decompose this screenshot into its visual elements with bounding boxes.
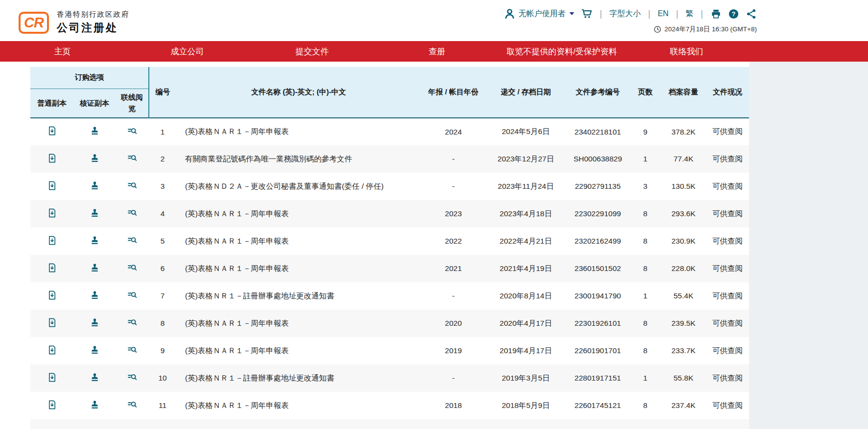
stamp-icon <box>90 235 100 246</box>
year-cell: 2019 <box>421 337 486 364</box>
status-cell: 可供查阅 <box>706 364 749 392</box>
table-row: 6 (英)表格ＮＡＲ１－周年申報表 2021 2021年4月19日 236015… <box>30 255 749 282</box>
download-icon <box>47 400 57 410</box>
view-online-button[interactable] <box>127 207 138 218</box>
online-view-cell <box>116 145 149 173</box>
nav-home[interactable]: 主页 <box>0 41 125 62</box>
order-certified-copy-button[interactable] <box>90 208 100 218</box>
divider: | <box>599 9 603 19</box>
view-online-button[interactable] <box>127 290 138 300</box>
nav-incorporation[interactable]: 成立公司 <box>125 41 250 62</box>
order-plain-copy-button[interactable] <box>47 208 57 218</box>
order-plain-copy-button[interactable] <box>47 317 57 328</box>
status-cell: 可供查阅 <box>706 337 749 364</box>
order-certified-copy-button[interactable] <box>90 126 100 136</box>
ref-cell: SH000638829 <box>566 145 630 173</box>
stamp-icon <box>90 345 100 355</box>
view-online-button[interactable] <box>127 372 138 383</box>
certified-copy-cell <box>73 255 116 282</box>
divider: | <box>675 9 680 19</box>
plain-copy-cell <box>30 337 73 364</box>
stamp-icon <box>90 181 100 191</box>
dept-title: 公司注册处 <box>57 21 130 35</box>
order-plain-copy-button[interactable] <box>47 290 57 300</box>
svg-text:?: ? <box>732 10 736 18</box>
ref-cell: 23202162499 <box>566 227 630 255</box>
plain-copy-cell <box>30 227 73 255</box>
nav-contact[interactable]: 联络我们 <box>624 41 749 62</box>
download-icon <box>47 263 57 273</box>
cart-button[interactable] <box>581 8 592 20</box>
plain-copy-cell <box>30 200 73 227</box>
plain-copy-cell <box>30 118 73 145</box>
ref-cell: 23001941790 <box>566 282 630 310</box>
view-online-button[interactable] <box>127 262 138 273</box>
divider: | <box>700 9 704 19</box>
pages-cell: 8 <box>630 392 661 419</box>
user-menu-label: 无帐户使用者 <box>518 9 565 19</box>
clock-icon <box>654 25 661 33</box>
share-button[interactable] <box>746 8 757 20</box>
nav-search[interactable]: 查册 <box>375 41 499 62</box>
download-icon <box>47 345 57 355</box>
print-button[interactable] <box>710 8 722 20</box>
order-certified-copy-button[interactable] <box>90 317 100 328</box>
document-name: (英)表格ＮＡＲ１－周年申報表 <box>176 227 421 255</box>
download-icon <box>47 235 57 246</box>
pages-cell: 8 <box>630 227 661 255</box>
ref-cell: 22902791135 <box>566 173 630 200</box>
order-plain-copy-button[interactable] <box>47 126 57 136</box>
order-certified-copy-button[interactable] <box>90 153 100 163</box>
row-number: 4 <box>149 200 176 227</box>
year-cell: - <box>421 282 486 310</box>
date-cell: 2019年4月17日 <box>486 337 566 364</box>
date-cell: 2020年8月14日 <box>486 282 566 310</box>
list-search-icon <box>127 235 138 246</box>
date-cell: 2018年5月9日 <box>486 392 566 419</box>
order-plain-copy-button[interactable] <box>47 235 57 246</box>
order-certified-copy-button[interactable] <box>90 372 100 383</box>
help-button[interactable]: ? <box>728 8 739 20</box>
plain-copy-cell <box>30 173 73 200</box>
plain-copy-cell <box>30 255 73 282</box>
col-date: 递交 / 存档日期 <box>486 67 566 118</box>
view-online-button[interactable] <box>127 180 138 191</box>
order-certified-copy-button[interactable] <box>90 400 100 410</box>
table-row: 10 (英)表格ＮＲ１－註冊辦事處地址更改通知書 - 2019年3月5日 228… <box>30 364 749 392</box>
certified-copy-cell <box>73 364 116 392</box>
order-certified-copy-button[interactable] <box>90 263 100 273</box>
order-plain-copy-button[interactable] <box>47 153 57 163</box>
nav-filing[interactable]: 提交文件 <box>250 41 375 62</box>
order-plain-copy-button[interactable] <box>47 400 57 410</box>
caret-down-icon <box>569 12 574 15</box>
nav-protected-info[interactable]: 取览不提供的资料/受保护资料 <box>499 41 624 62</box>
certified-copy-cell <box>73 227 116 255</box>
order-certified-copy-button[interactable] <box>90 181 100 191</box>
view-online-button[interactable] <box>127 344 138 355</box>
view-online-button[interactable] <box>127 126 138 136</box>
order-plain-copy-button[interactable] <box>47 263 57 273</box>
table-row: 4 (英)表格ＮＡＲ１－周年申報表 2023 2023年4月18日 223022… <box>30 200 749 227</box>
row-number: 6 <box>149 255 176 282</box>
year-cell: - <box>421 145 486 173</box>
order-certified-copy-button[interactable] <box>90 290 100 300</box>
download-icon <box>47 208 57 218</box>
view-online-button[interactable] <box>127 235 138 246</box>
lang-traditional-button[interactable]: 繁 <box>685 9 693 19</box>
view-online-button[interactable] <box>127 317 138 328</box>
col-number: 编号 <box>149 67 176 118</box>
font-size-button[interactable]: 字型大小 <box>610 9 641 19</box>
order-plain-copy-button[interactable] <box>47 181 57 191</box>
lang-en-button[interactable]: EN <box>657 9 668 18</box>
user-menu[interactable]: 无帐户使用者 <box>504 8 574 20</box>
year-cell: - <box>421 364 486 392</box>
order-certified-copy-button[interactable] <box>90 345 100 355</box>
order-plain-copy-button[interactable] <box>47 345 57 355</box>
cr-logo[interactable]: CR 香港特别行政区政府 公司注册处 <box>19 10 130 35</box>
view-online-button[interactable] <box>127 153 138 163</box>
order-certified-copy-button[interactable] <box>90 235 100 246</box>
online-view-cell <box>116 227 149 255</box>
order-plain-copy-button[interactable] <box>47 372 57 383</box>
stamp-icon <box>90 317 100 328</box>
view-online-button[interactable] <box>127 399 138 410</box>
